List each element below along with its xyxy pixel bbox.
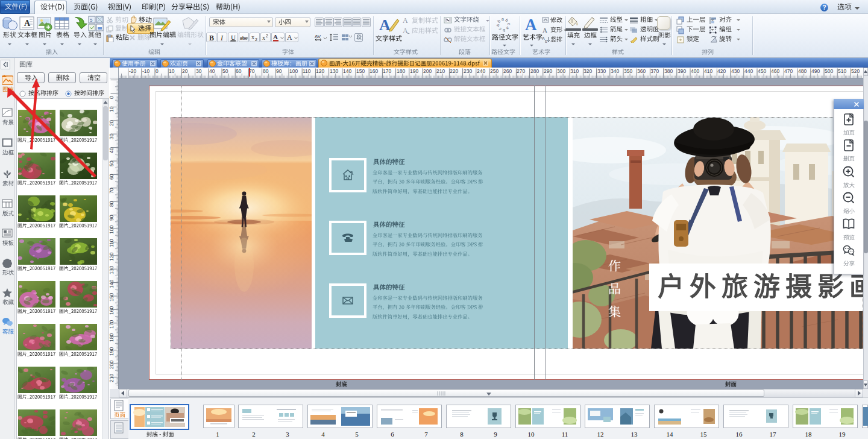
svg-text:140: 140 [108, 280, 115, 288]
svg-text:160: 160 [108, 306, 115, 315]
svg-text:210: 210 [108, 374, 115, 382]
svg-text:200: 200 [108, 361, 115, 369]
svg-text:150: 150 [108, 293, 115, 302]
svg-text:100: 100 [108, 226, 115, 234]
svg-text:190: 190 [108, 347, 115, 356]
svg-text:130: 130 [108, 266, 115, 274]
svg-text:120: 120 [108, 253, 115, 261]
svg-text:170: 170 [108, 320, 115, 329]
svg-text:110: 110 [108, 239, 115, 247]
svg-text:180: 180 [108, 333, 115, 342]
